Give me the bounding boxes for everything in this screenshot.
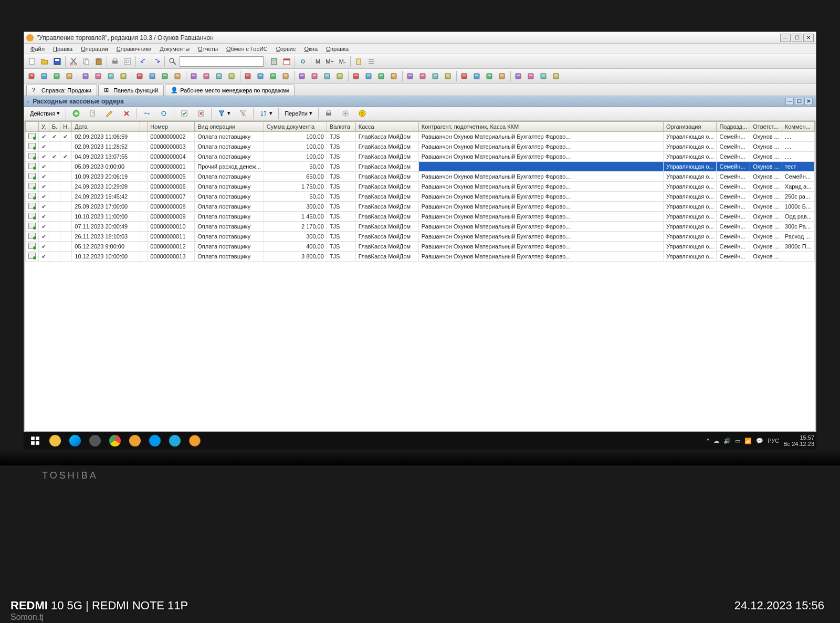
- toolbar2-btn-7-0[interactable]: [405, 70, 416, 82]
- toolbar2-btn-9-1[interactable]: [526, 70, 537, 82]
- toolbar2-btn-6-3[interactable]: [388, 70, 400, 82]
- sort-button[interactable]: ▾: [256, 108, 276, 119]
- task-edge[interactable]: [66, 433, 85, 449]
- toolbar2-btn-1-0[interactable]: [80, 70, 92, 82]
- toolbar2-btn-9-0[interactable]: [513, 70, 524, 82]
- system-tray[interactable]: ^ ☁ 🔊 ▭ 📶 💬 РУС 15:57 Вс 24.12.23: [707, 434, 814, 447]
- calendar-button[interactable]: [281, 56, 292, 67]
- doc-max-button[interactable]: ☐: [795, 98, 803, 105]
- toolbar2-btn-4-3[interactable]: [280, 70, 292, 82]
- nav-tab-0[interactable]: ?Справка: Продажи: [26, 85, 97, 96]
- col-header-13[interactable]: Подразд...: [717, 122, 750, 132]
- col-header-4[interactable]: Дата: [72, 122, 140, 132]
- col-header-9[interactable]: Валюта: [327, 122, 355, 132]
- col-header-12[interactable]: Организация: [664, 122, 717, 132]
- task-explorer[interactable]: [46, 433, 65, 449]
- m-label[interactable]: M: [313, 58, 322, 65]
- table-row[interactable]: ✔05.09.2023 0:00:0000000000001Прочий рас…: [26, 162, 815, 172]
- tray-battery-icon[interactable]: ▭: [735, 438, 740, 444]
- tray-date[interactable]: Вс 24.12.23: [783, 441, 814, 447]
- table-row[interactable]: ✔✔✔02.09.2023 11:06:5900000000002Оплата …: [26, 132, 815, 142]
- toolbar2-btn-0-1[interactable]: [39, 70, 50, 82]
- task-chrome[interactable]: [106, 433, 124, 449]
- data-grid[interactable]: У.Б.Н.ДатаНомерВид операцииСумма докумен…: [25, 121, 815, 432]
- toolbar2-btn-2-1[interactable]: [147, 70, 159, 82]
- unpost-button[interactable]: [193, 108, 209, 119]
- tray-time[interactable]: 15:57: [783, 434, 814, 441]
- toolbar2-btn-0-2[interactable]: [51, 70, 63, 82]
- copy-row-button[interactable]: [85, 108, 101, 119]
- maximize-button[interactable]: ☐: [792, 34, 802, 42]
- menu-справочники[interactable]: Справочники: [112, 45, 156, 53]
- col-header-15[interactable]: Коммен...: [782, 122, 814, 132]
- table-row[interactable]: ✔10.12.2023 10:00:0000000000013Оплата по…: [26, 252, 815, 262]
- menu-операции[interactable]: Операции: [77, 45, 112, 53]
- col-header-6[interactable]: Номер: [148, 122, 195, 132]
- search-input[interactable]: [180, 56, 264, 67]
- task-1c-2[interactable]: [185, 433, 204, 449]
- task-1c-1[interactable]: [125, 433, 144, 449]
- toolbar2-btn-4-0[interactable]: [243, 70, 254, 82]
- col-header-1[interactable]: У.: [39, 122, 49, 132]
- goto-menu[interactable]: Перейти ▾: [281, 108, 316, 119]
- table-row[interactable]: ✔10.09.2023 20:06:1900000000005Оплата по…: [26, 172, 815, 182]
- toolbar2-btn-2-3[interactable]: [172, 70, 184, 82]
- redo-button[interactable]: [151, 56, 162, 67]
- task-settings[interactable]: [86, 433, 104, 449]
- toolbar2-btn-8-0[interactable]: [459, 70, 470, 82]
- period-button[interactable]: [139, 108, 155, 119]
- table-row[interactable]: ✔24.09.2023 10:29:0900000000006Оплата по…: [26, 182, 815, 192]
- toolbar2-btn-7-1[interactable]: [417, 70, 429, 82]
- menu-правка[interactable]: Правка: [49, 45, 77, 53]
- col-header-3[interactable]: Н.: [60, 122, 72, 132]
- toolbar2-btn-2-2[interactable]: [160, 70, 171, 82]
- menu-справка[interactable]: Справка: [322, 45, 353, 53]
- doc-close-button[interactable]: ✕: [804, 98, 813, 105]
- table-row[interactable]: ✔05.12.2023 9:00:0000000000012Оплата пос…: [26, 242, 815, 252]
- task-telegram[interactable]: [165, 433, 184, 449]
- nav-tab-2[interactable]: 👤Рабочее место менеджера по продажам: [165, 85, 295, 96]
- calc-button[interactable]: [268, 56, 280, 67]
- list-icon[interactable]: [365, 56, 377, 67]
- toolbar2-btn-5-3[interactable]: [334, 70, 346, 82]
- toolbar2-btn-1-2[interactable]: [106, 70, 117, 82]
- toolbar2-btn-3-3[interactable]: [226, 70, 238, 82]
- toolbar2-btn-2-0[interactable]: [134, 70, 146, 82]
- link-button[interactable]: [297, 56, 309, 67]
- search-icon[interactable]: [167, 56, 178, 67]
- col-header-0[interactable]: [26, 122, 39, 132]
- menu-обмен с госис[interactable]: Обмен с ГосИС: [222, 45, 272, 53]
- menu-документы[interactable]: Документы: [155, 45, 194, 53]
- table-row[interactable]: ✔10.10.2023 11:00:0000000000009Оплата по…: [26, 212, 815, 222]
- print-list-button[interactable]: [321, 108, 337, 119]
- delete-button[interactable]: [119, 108, 134, 119]
- help-button[interactable]: ?: [354, 108, 370, 119]
- edit-button[interactable]: [102, 108, 118, 119]
- preview-button[interactable]: [122, 56, 133, 67]
- table-row[interactable]: ✔24.09.2023 19:45:4200000000007Оплата по…: [26, 192, 815, 202]
- toolbar2-btn-0-0[interactable]: [26, 70, 38, 82]
- filter-button[interactable]: ▾: [214, 108, 234, 119]
- toolbar2-btn-3-2[interactable]: [214, 70, 225, 82]
- refresh-button[interactable]: [156, 108, 172, 119]
- menu-отчеты[interactable]: Отчеты: [194, 45, 222, 53]
- toolbar2-btn-6-1[interactable]: [363, 70, 375, 82]
- col-header-14[interactable]: Ответст...: [750, 122, 782, 132]
- toolbar2-btn-5-2[interactable]: [322, 70, 333, 82]
- toolbar2-btn-6-2[interactable]: [376, 70, 387, 82]
- nav-tab-1[interactable]: ⊞Панель функций: [98, 85, 164, 96]
- open-button[interactable]: [39, 56, 50, 67]
- new-button[interactable]: [26, 56, 38, 67]
- task-skype[interactable]: [145, 433, 164, 449]
- table-row[interactable]: ✔25.09.2023 17:00:0000000000008Оплата по…: [26, 202, 815, 212]
- toolbar2-btn-3-1[interactable]: [201, 70, 213, 82]
- toolbar2-btn-9-3[interactable]: [551, 70, 562, 82]
- save-button[interactable]: [51, 56, 63, 67]
- col-header-10[interactable]: Касса: [355, 122, 418, 132]
- start-button[interactable]: [26, 433, 45, 449]
- col-header-2[interactable]: Б.: [49, 122, 60, 132]
- tray-notification-icon[interactable]: 💬: [756, 438, 763, 444]
- tray-chevron-icon[interactable]: ^: [707, 438, 709, 444]
- toolbar2-btn-7-2[interactable]: [430, 70, 442, 82]
- toolbar2-btn-1-1[interactable]: [93, 70, 104, 82]
